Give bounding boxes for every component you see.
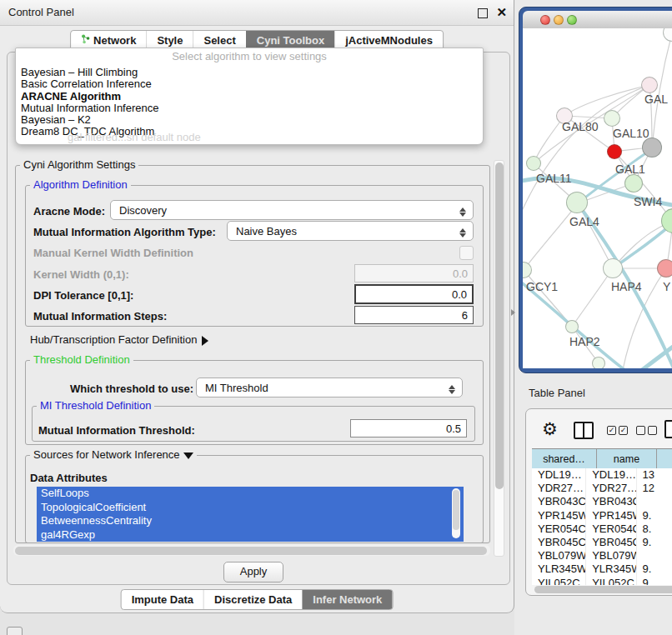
which-threshold-select[interactable]: MI Threshold bbox=[196, 378, 463, 398]
close-traffic-icon[interactable] bbox=[540, 15, 550, 25]
scrollbar-thumb[interactable] bbox=[453, 490, 459, 530]
which-threshold-label: Which threshold to use: bbox=[70, 382, 193, 395]
network-node-gal4[interactable] bbox=[566, 192, 588, 213]
unchecked-box-icon bbox=[636, 426, 645, 435]
table-cell: 9 bbox=[637, 577, 672, 586]
settings-horizontal-scrollbar-thumb[interactable] bbox=[15, 547, 487, 555]
node-label: GAL4 bbox=[569, 215, 599, 228]
mi-threshold-field[interactable]: 0.5 bbox=[350, 419, 467, 438]
settings-vertical-scrollbar-thumb[interactable] bbox=[495, 162, 504, 489]
zoom-traffic-icon[interactable] bbox=[567, 15, 577, 25]
deselect-columns-icon[interactable] bbox=[636, 426, 657, 435]
column-header-0[interactable]: shared… bbox=[532, 449, 597, 468]
table-row[interactable]: YLR345WYLR345W9. bbox=[532, 562, 672, 576]
network-node-hap4[interactable] bbox=[603, 258, 623, 278]
dropdown-item-basic-correlation-inference[interactable]: Basic Correlation Inference bbox=[16, 78, 483, 90]
panel-splitter-icon[interactable] bbox=[511, 309, 519, 316]
table-cell: YER054C bbox=[532, 522, 586, 536]
manual-kernel-checkbox[interactable] bbox=[459, 246, 474, 260]
function-builder-icon[interactable] bbox=[664, 420, 672, 438]
table-rows: YDL19…YDL19…13YDR27…YDR27…12YBR043CYBR04… bbox=[532, 468, 672, 585]
tab-infer-network[interactable]: Infer Network bbox=[302, 590, 392, 609]
table-cell: YBR043C bbox=[532, 495, 586, 508]
network-node-gal11[interactable] bbox=[526, 156, 541, 171]
split-columns-icon[interactable] bbox=[574, 422, 594, 439]
aracne-mode-select[interactable]: Discovery bbox=[110, 200, 474, 220]
table-row[interactable]: YER054CYER054C8. bbox=[532, 522, 672, 536]
float-window-icon[interactable] bbox=[478, 8, 488, 18]
mi-steps-field[interactable]: 6 bbox=[354, 306, 474, 324]
table-row[interactable]: YDR27…YDR27…12 bbox=[532, 482, 672, 495]
table-row[interactable]: YBR043CYBR043C bbox=[532, 495, 672, 508]
kernel-width-label: Kernel Width (0,1): bbox=[33, 268, 129, 281]
kernel-width-field[interactable]: 0.0 bbox=[354, 264, 474, 282]
table-cell: YPR145W bbox=[586, 509, 636, 522]
mi-threshold-group-title: MI Threshold Definition bbox=[37, 400, 154, 412]
attributes-scrollbar[interactable] bbox=[452, 488, 460, 538]
table-row[interactable]: YPR145WYPR145W9. bbox=[532, 509, 672, 522]
table-cell: YBL079W bbox=[532, 549, 586, 562]
dpi-tolerance-value: 0.0 bbox=[452, 288, 467, 301]
dpi-tolerance-field[interactable]: 0.0 bbox=[354, 284, 474, 304]
network-window-titlebar[interactable] bbox=[523, 11, 672, 28]
minimize-traffic-icon[interactable] bbox=[554, 15, 564, 25]
apply-button[interactable]: Apply bbox=[223, 562, 283, 582]
gear-icon[interactable]: ⚙ bbox=[542, 420, 558, 438]
network-node-hap2[interactable] bbox=[565, 320, 579, 333]
attribute-item-gal4rgexp[interactable]: gal4RGexp bbox=[37, 528, 464, 542]
node-label: GAL11 bbox=[536, 172, 572, 185]
collapse-down-icon bbox=[183, 452, 193, 464]
network-node-gal1[interactable] bbox=[624, 174, 643, 192]
attribute-item-topologicalcoefficient[interactable]: TopologicalCoefficient bbox=[37, 501, 464, 515]
network-node[interactable] bbox=[607, 144, 622, 159]
table-cell bbox=[637, 495, 672, 508]
control-panel-titlebar: Control Panel ✕ bbox=[0, 0, 514, 26]
table-cell: YIL052C bbox=[586, 577, 636, 586]
node-label: GAL1 bbox=[615, 162, 645, 176]
network-node-gal[interactable] bbox=[641, 77, 658, 93]
column-header-1[interactable]: name bbox=[597, 449, 657, 468]
mi-type-select[interactable]: Naive Bayes bbox=[227, 221, 474, 241]
sources-title-row[interactable]: Sources for Network Inference bbox=[30, 449, 197, 464]
table-cell: YDL19… bbox=[532, 468, 586, 482]
dropdown-item-bayesian-hill-climbing[interactable]: Bayesian – Hill Climbing bbox=[16, 67, 483, 78]
dropdown-item-aracne-algorithm[interactable]: ARACNE Algorithm bbox=[16, 91, 483, 102]
network-node[interactable] bbox=[642, 138, 662, 158]
background-combo-text: gal filtered...sn default node bbox=[68, 131, 201, 143]
tab-discretize-data[interactable]: Discretize Data bbox=[203, 590, 302, 609]
network-node-y[interactable] bbox=[657, 259, 672, 278]
hub-definition-expander[interactable]: Hub/Transcription Factor Definition bbox=[30, 333, 213, 346]
column-header-2[interactable]: A… bbox=[657, 449, 672, 468]
select-columns-icon[interactable]: ✓ ✓ bbox=[607, 426, 628, 435]
table-row[interactable]: YDL19…YDL19…13 bbox=[532, 468, 672, 482]
tab-impute-data[interactable]: Impute Data bbox=[122, 590, 203, 609]
dropdown-placeholder: Select algorithm to view settings bbox=[16, 48, 483, 67]
table-cell: 13 bbox=[637, 468, 672, 482]
attribute-item-betweennesscentrality[interactable]: BetweennessCentrality bbox=[37, 514, 464, 528]
sources-title: Sources for Network Inference bbox=[33, 448, 180, 461]
tab-label: Impute Data bbox=[132, 590, 193, 609]
stepper-icon bbox=[449, 382, 456, 393]
dropdown-item-mutual-information-inference[interactable]: Mutual Information Inference bbox=[16, 102, 483, 114]
table-horizontal-scrollbar[interactable] bbox=[534, 586, 672, 593]
minimized-panel-icon[interactable] bbox=[7, 627, 23, 635]
table-cell: YBR045C bbox=[586, 536, 636, 549]
dropdown-item-bayesian-k2[interactable]: Bayesian – K2 bbox=[16, 114, 483, 126]
unchecked-box-icon bbox=[648, 426, 657, 435]
node-label: SWI4 bbox=[634, 195, 662, 208]
mi-type-label: Mutual Information Algorithm Type: bbox=[33, 226, 216, 238]
network-node[interactable] bbox=[592, 357, 605, 368]
data-attributes-list[interactable]: SelfLoopsTopologicalCoefficientBetweenne… bbox=[37, 487, 464, 542]
mi-steps-value: 6 bbox=[462, 309, 468, 322]
table-row[interactable]: YIL052CYIL052C9 bbox=[532, 577, 672, 586]
network-canvas[interactable]: GALGAL80GAL10GAL1GAL11GAL4SWI4HAP4YGCY1H… bbox=[523, 28, 672, 368]
tab-label: Infer Network bbox=[313, 590, 382, 609]
network-node-gal10[interactable] bbox=[604, 110, 620, 127]
close-icon[interactable]: ✕ bbox=[496, 5, 507, 20]
hub-definition-label: Hub/Transcription Factor Definition bbox=[30, 333, 197, 346]
group-title: Cyni Algorithm Settings bbox=[20, 159, 138, 171]
node-label: GAL10 bbox=[613, 127, 649, 140]
table-row[interactable]: YBR045CYBR045C9. bbox=[532, 536, 672, 549]
attribute-item-selfloops[interactable]: SelfLoops bbox=[37, 487, 464, 501]
table-row[interactable]: YBL079WYBL079W bbox=[532, 549, 672, 562]
